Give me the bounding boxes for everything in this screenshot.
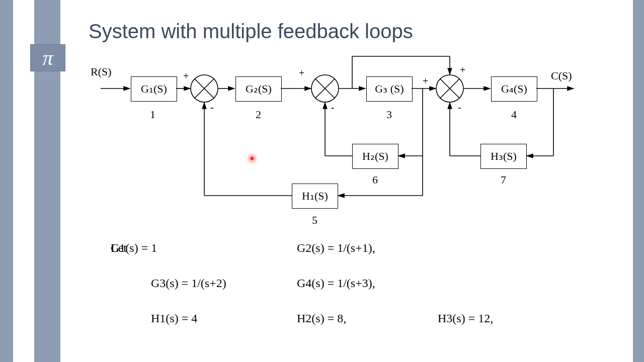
eq-h2: H2(s) = 8,: [297, 312, 346, 325]
eq-g3: G3(s) = 1/(s+2): [151, 277, 226, 290]
pi-icon: π: [30, 44, 65, 71]
right-stripe: [633, 0, 644, 362]
diagram-lines: [60, 0, 633, 231]
eq-g2: G2(s) = 1/(s+1),: [297, 241, 375, 255]
eq-h1: H1(s) = 4: [151, 312, 197, 325]
diagram-stage: R(S) G₁(S) 1 + - G₂(S) 2 + - G₃ (S) 3 + …: [60, 0, 633, 362]
eq-g1: G1(s) = 1: [111, 241, 157, 255]
eq-g4: G4(s) = 1/(s+3),: [297, 277, 375, 290]
laser-pointer-icon: [250, 156, 255, 161]
eq-h3: H3(s) = 12,: [438, 312, 493, 325]
sidebar-outer-stripe: [0, 0, 13, 362]
